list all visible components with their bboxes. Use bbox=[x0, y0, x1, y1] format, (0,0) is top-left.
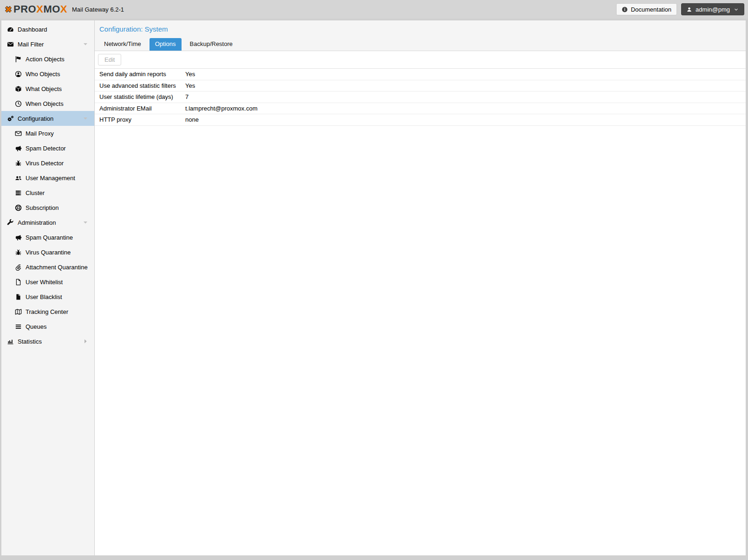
option-label: Use advanced statistic filters bbox=[95, 82, 185, 89]
tab-options[interactable]: Options bbox=[150, 38, 182, 51]
sidebar-item-subscription[interactable]: Subscription bbox=[1, 200, 94, 215]
sidebar-item-label: Who Objects bbox=[26, 71, 60, 78]
option-row-use-advanced-statistic-filters[interactable]: Use advanced statistic filtersYes bbox=[95, 80, 746, 92]
sidebar-item-label: Spam Detector bbox=[26, 145, 66, 152]
sidebar-item-label: Virus Quarantine bbox=[26, 249, 71, 256]
options-table: Send daily admin reportsYesUse advanced … bbox=[95, 69, 746, 126]
product-version-label: Mail Gateway 6.2-1 bbox=[72, 6, 124, 13]
brand-name-segment: X bbox=[60, 3, 67, 15]
chevron-down-icon[interactable] bbox=[83, 116, 88, 121]
bars-icon bbox=[15, 323, 22, 330]
option-label: Send daily admin reports bbox=[95, 71, 185, 78]
tachometer-icon bbox=[7, 26, 14, 33]
bullhorn-icon bbox=[15, 145, 22, 152]
sidebar-item-administration[interactable]: Administration bbox=[1, 215, 94, 230]
option-row-http-proxy[interactable]: HTTP proxynone bbox=[95, 114, 746, 126]
proxmox-x-icon bbox=[5, 6, 12, 13]
life-ring-icon bbox=[15, 204, 22, 211]
sidebar-item-statistics[interactable]: Statistics bbox=[1, 334, 94, 349]
user-menu-label: admin@pmg bbox=[696, 6, 730, 13]
users-icon bbox=[15, 175, 22, 182]
sidebar-item-label: Subscription bbox=[26, 204, 59, 211]
sidebar-item-label: Dashboard bbox=[18, 26, 47, 33]
sidebar-item-virus-quarantine[interactable]: Virus Quarantine bbox=[1, 245, 94, 260]
brand-name: PROXMOX bbox=[13, 4, 67, 14]
main-content: Configuration: System Network/Time Optio… bbox=[95, 20, 746, 555]
sidebar-item-label: Statistics bbox=[18, 338, 42, 345]
option-label: HTTP proxy bbox=[95, 116, 185, 123]
option-row-administrator-email[interactable]: Administrator EMailt.lamprecht@proxmox.c… bbox=[95, 103, 746, 115]
sidebar-item-label: Administration bbox=[18, 219, 56, 226]
sidebar-item-label: User Whitelist bbox=[26, 279, 63, 286]
cube-icon bbox=[15, 85, 22, 92]
map-icon bbox=[15, 308, 22, 315]
file-outline-icon bbox=[15, 279, 22, 286]
sidebar-item-label: Action Objects bbox=[26, 56, 65, 63]
sidebar-item-label: Configuration bbox=[18, 115, 53, 122]
sidebar-item-queues[interactable]: Queues bbox=[1, 319, 94, 334]
topbar: PROXMOX Mail Gateway 6.2-1 Documentation… bbox=[0, 0, 748, 19]
chevron-down-icon[interactable] bbox=[83, 220, 88, 225]
bar-chart-icon bbox=[7, 338, 14, 345]
sidebar-item-spam-detector[interactable]: Spam Detector bbox=[1, 141, 94, 156]
sidebar-item-label: Mail Proxy bbox=[26, 130, 54, 137]
sidebar-item-user-management[interactable]: User Management bbox=[1, 170, 94, 185]
bullhorn-icon bbox=[15, 234, 22, 241]
info-icon bbox=[622, 7, 628, 13]
chevron-right-icon[interactable] bbox=[83, 339, 88, 344]
sidebar-item-tracking-center[interactable]: Tracking Center bbox=[1, 304, 94, 319]
file-solid-icon bbox=[15, 293, 22, 300]
paperclip-icon bbox=[15, 264, 22, 271]
brand-name-segment: X bbox=[36, 3, 43, 15]
sidebar-item-label: What Objects bbox=[26, 85, 62, 92]
cogs-icon bbox=[7, 115, 14, 122]
tab-backup-restore[interactable]: Backup/Restore bbox=[190, 38, 233, 51]
sidebar-item-label: User Management bbox=[26, 175, 75, 182]
documentation-button[interactable]: Documentation bbox=[616, 3, 677, 15]
tab-bar: Network/Time Options Backup/Restore bbox=[99, 38, 741, 51]
option-value: 7 bbox=[185, 93, 746, 100]
user-circle-icon bbox=[15, 71, 22, 78]
sidebar-item-spam-quarantine[interactable]: Spam Quarantine bbox=[1, 230, 94, 245]
clock-icon bbox=[15, 100, 22, 107]
option-row-send-daily-admin-reports[interactable]: Send daily admin reportsYes bbox=[95, 69, 746, 80]
sidebar-item-mail-filter[interactable]: Mail Filter bbox=[1, 37, 94, 52]
documentation-label: Documentation bbox=[631, 6, 671, 13]
edit-button[interactable]: Edit bbox=[98, 54, 121, 65]
sidebar-item-label: When Objects bbox=[26, 100, 64, 107]
sidebar-item-label: Virus Detector bbox=[26, 160, 64, 167]
sidebar-item-when-objects[interactable]: When Objects bbox=[1, 96, 94, 111]
user-icon bbox=[686, 7, 692, 13]
sidebar-item-attachment-quarantine[interactable]: Attachment Quarantine bbox=[1, 260, 94, 274]
envelope-icon bbox=[7, 41, 14, 48]
sidebar-item-who-objects[interactable]: Who Objects bbox=[1, 66, 94, 81]
sidebar-item-label: Mail Filter bbox=[18, 41, 44, 48]
option-row-user-statistic-lifetime-days[interactable]: User statistic lifetime (days)7 bbox=[95, 91, 746, 103]
option-value: t.lamprecht@proxmox.com bbox=[185, 105, 746, 112]
user-menu-button[interactable]: admin@pmg bbox=[681, 3, 744, 15]
option-value: Yes bbox=[185, 71, 746, 78]
chevron-down-icon[interactable] bbox=[83, 41, 88, 47]
sidebar-item-label: Spam Quarantine bbox=[26, 234, 73, 241]
sidebar-item-cluster[interactable]: Cluster bbox=[1, 185, 94, 200]
sidebar-item-what-objects[interactable]: What Objects bbox=[1, 81, 94, 96]
flag-icon bbox=[15, 56, 22, 63]
sidebar-item-mail-proxy[interactable]: Mail Proxy bbox=[1, 126, 94, 141]
options-toolbar: Edit bbox=[95, 51, 746, 69]
tab-network-time[interactable]: Network/Time bbox=[104, 38, 141, 51]
sidebar-item-dashboard[interactable]: Dashboard bbox=[1, 22, 94, 37]
sidebar-item-virus-detector[interactable]: Virus Detector bbox=[1, 156, 94, 170]
option-value: none bbox=[185, 116, 746, 123]
sidebar-nav: DashboardMail FilterAction ObjectsWho Ob… bbox=[1, 20, 95, 555]
server-icon bbox=[15, 189, 22, 196]
sidebar-item-configuration[interactable]: Configuration bbox=[1, 111, 94, 126]
sidebar-item-label: Queues bbox=[26, 323, 47, 330]
sidebar-item-action-objects[interactable]: Action Objects bbox=[1, 52, 94, 66]
sidebar-item-user-blacklist[interactable]: User Blacklist bbox=[1, 289, 94, 304]
sidebar-item-label: User Blacklist bbox=[26, 293, 62, 300]
brand-name-segment: PRO bbox=[13, 3, 36, 15]
content-header: Configuration: System Network/Time Optio… bbox=[95, 20, 746, 51]
wrench-icon bbox=[7, 219, 14, 226]
sidebar-item-user-whitelist[interactable]: User Whitelist bbox=[1, 274, 94, 289]
sidebar-item-label: Cluster bbox=[26, 189, 45, 196]
